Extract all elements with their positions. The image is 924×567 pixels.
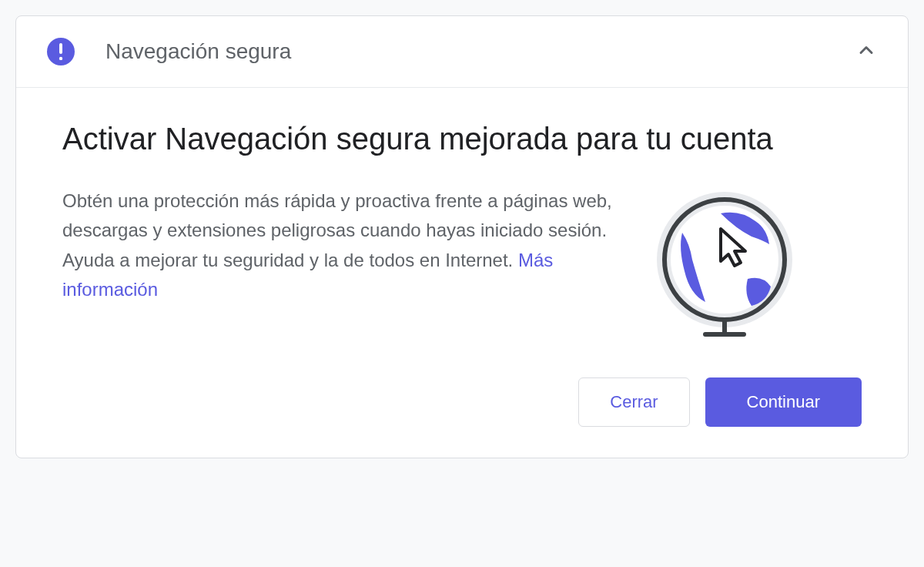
- card-content: Activar Navegación segura mejorada para …: [16, 88, 908, 458]
- continue-button[interactable]: Continuar: [705, 377, 862, 427]
- svg-point-1: [59, 57, 62, 60]
- alert-icon: [47, 38, 75, 65]
- close-button[interactable]: Cerrar: [578, 377, 689, 427]
- svg-rect-0: [59, 43, 62, 54]
- header-title: Navegación segura: [105, 39, 855, 64]
- content-title: Activar Navegación segura mejorada para …: [62, 119, 802, 159]
- content-body: Obtén una protección más rápida y proact…: [62, 186, 862, 341]
- safe-browsing-card: Navegación segura Activar Navegación seg…: [15, 15, 909, 458]
- chevron-up-icon: [855, 39, 877, 64]
- content-description: Obtén una protección más rápida y proact…: [62, 186, 617, 305]
- actions-row: Cerrar Continuar: [62, 377, 862, 427]
- globe-cursor-icon: [648, 186, 802, 341]
- card-header[interactable]: Navegación segura: [16, 16, 908, 88]
